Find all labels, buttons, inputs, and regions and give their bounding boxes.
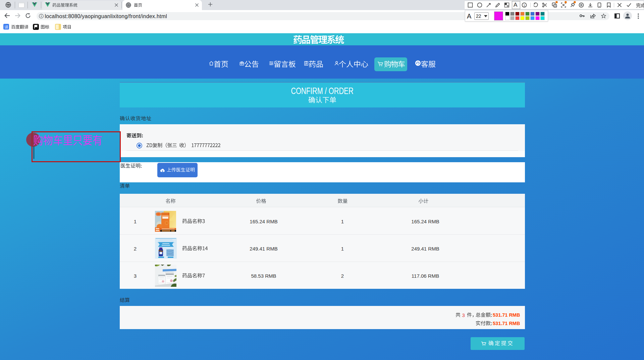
svg-text:A: A xyxy=(554,4,556,7)
svg-text:1: 1 xyxy=(523,4,525,7)
